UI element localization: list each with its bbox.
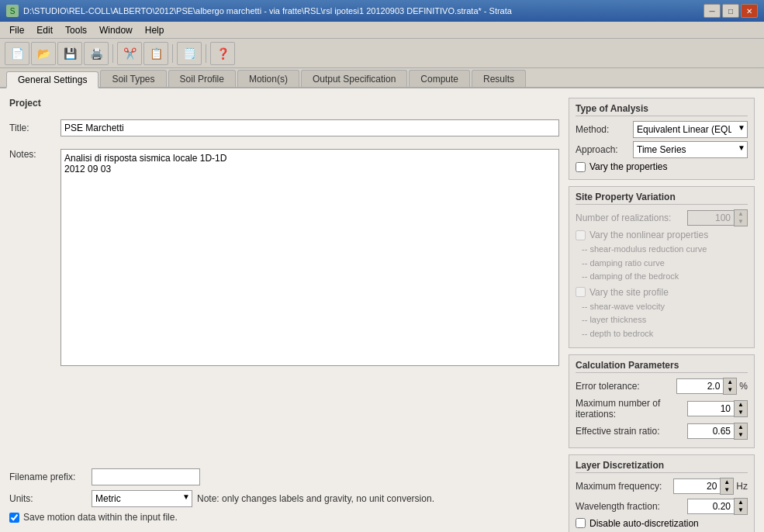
tab-soil-profile[interactable]: Soil Profile: [168, 70, 236, 87]
menu-tools[interactable]: Tools: [59, 23, 93, 37]
tab-general-settings[interactable]: General Settings: [6, 71, 99, 88]
wavelength-spinner-buttons: ▲ ▼: [734, 498, 748, 515]
title-bar: S D:\STUDIO\REL-COLL\ALBERTO\2012\PSE\al…: [0, 0, 764, 22]
layer-discretization-section: Layer Discretization Maximum frequency: …: [569, 454, 755, 532]
vary-properties-checkbox[interactable]: [576, 162, 586, 172]
wavelength-row: Wavelength fraction: ▲ ▼: [576, 498, 748, 515]
calculation-parameters-section: Calculation Parameters Error tolerance: …: [569, 354, 755, 448]
vary-nonlinear-checkbox[interactable]: [576, 230, 586, 240]
nonlinear-items: -- shear-modulus reduction curve -- damp…: [582, 243, 748, 284]
window-title-text: D:\STUDIO\REL-COLL\ALBERTO\2012\PSE\albe…: [23, 6, 512, 16]
main-content: Project Title: Notes: Filename prefix: U…: [0, 88, 764, 532]
effective-strain-input[interactable]: [687, 423, 734, 439]
units-row: Units: Metric English ▼ Note: only chang…: [9, 490, 559, 507]
effective-strain-spinner: ▲ ▼: [687, 423, 748, 440]
notes-textarea[interactable]: [60, 149, 559, 366]
type-of-analysis-section: Type of Analysis Method: Equivalent Line…: [569, 98, 755, 180]
menu-window[interactable]: Window: [93, 23, 139, 37]
max-frequency-input[interactable]: [673, 478, 720, 494]
save-motion-row: Save motion data within the input file.: [9, 512, 559, 523]
menu-file[interactable]: File: [3, 23, 30, 37]
units-note: Note: only changes labels and gravity, n…: [197, 493, 434, 504]
disable-auto-checkbox[interactable]: [576, 518, 586, 528]
title-label: Title:: [9, 123, 56, 133]
minimize-button[interactable]: ─: [704, 4, 721, 18]
toolbar-separator-1: [112, 44, 113, 63]
filename-prefix-input[interactable]: [92, 468, 200, 485]
max-iterations-label: Maximum number of iterations:: [576, 398, 687, 420]
error-tolerance-input[interactable]: [676, 378, 723, 394]
layer-discretization-title: Layer Discretization: [576, 460, 748, 473]
new-button[interactable]: 📄: [5, 42, 29, 65]
disable-auto-label: Disable auto-discretization: [589, 518, 699, 529]
notes-button[interactable]: 🗒️: [177, 42, 202, 65]
error-tolerance-unit: %: [739, 381, 748, 392]
close-button[interactable]: ✕: [741, 4, 758, 18]
method-label: Method:: [576, 124, 633, 135]
wavelength-spinner: ▲ ▼: [687, 498, 748, 515]
wavelength-spin-up-button[interactable]: ▲: [735, 499, 747, 506]
open-button[interactable]: 📂: [31, 42, 56, 65]
tab-compute[interactable]: Compute: [409, 70, 470, 87]
menu-help[interactable]: Help: [139, 23, 171, 37]
method-dropdown[interactable]: Equivalent Linear (EQL) Linear (L) Nonli…: [633, 121, 748, 138]
effective-strain-row: Effective strain ratio: ▲ ▼: [576, 423, 748, 440]
title-input[interactable]: [60, 119, 559, 136]
cut-button[interactable]: ✂️: [117, 42, 142, 65]
max-iterations-spinner: ▲ ▼: [687, 400, 748, 417]
max-iterations-spin-up-button[interactable]: ▲: [735, 401, 747, 409]
approach-label: Approach:: [576, 144, 633, 155]
vary-properties-label: Vary the properties: [589, 161, 668, 172]
max-frequency-spin-down-button[interactable]: ▼: [721, 486, 733, 494]
realizations-spinner-buttons: ▲ ▼: [734, 209, 748, 226]
wavelength-input[interactable]: [687, 499, 734, 514]
tab-soil-types[interactable]: Soil Types: [100, 70, 166, 87]
vary-site-checkbox[interactable]: [576, 287, 586, 297]
print-button[interactable]: 🖨️: [84, 42, 109, 65]
notes-field-row: Notes:: [9, 149, 559, 366]
toolbar-separator-2: [172, 44, 173, 63]
error-tolerance-spin-up-button[interactable]: ▲: [724, 378, 736, 386]
approach-dropdown[interactable]: Time Series Random Vibration Theory: [633, 141, 748, 158]
tab-motions[interactable]: Motion(s): [237, 70, 299, 87]
window-controls: ─ □ ✕: [704, 4, 758, 18]
vary-site-row: Vary the site profile: [576, 287, 748, 298]
max-iterations-spin-down-button[interactable]: ▼: [735, 409, 747, 416]
copy-button[interactable]: 📋: [143, 42, 168, 65]
maximize-button[interactable]: □: [722, 4, 739, 18]
help-button[interactable]: ❓: [210, 42, 235, 65]
error-tolerance-spinner-buttons: ▲ ▼: [723, 378, 737, 395]
effective-strain-spinner-buttons: ▲ ▼: [734, 423, 748, 440]
max-iterations-input[interactable]: [687, 401, 734, 416]
menu-edit[interactable]: Edit: [30, 23, 59, 37]
realizations-spin-up-button: ▲: [735, 210, 747, 218]
units-select-wrap: Metric English ▼: [92, 490, 192, 507]
realizations-spin-down-button: ▼: [735, 218, 747, 226]
save-button[interactable]: 💾: [57, 42, 82, 65]
tab-output-specification[interactable]: Output Specification: [301, 70, 407, 87]
max-frequency-spin-up-button[interactable]: ▲: [721, 478, 733, 486]
max-frequency-row: Maximum frequency: ▲ ▼ Hz: [576, 478, 748, 495]
max-iterations-row: Maximum number of iterations: ▲ ▼: [576, 398, 748, 420]
error-tolerance-spin-down-button[interactable]: ▼: [724, 386, 736, 394]
units-label: Units:: [9, 493, 87, 504]
tab-results[interactable]: Results: [472, 70, 526, 87]
wavelength-spin-down-button[interactable]: ▼: [735, 506, 747, 514]
disable-auto-row: Disable auto-discretization: [576, 518, 748, 529]
error-tolerance-row: Error tolerance: ▲ ▼ %: [576, 378, 748, 395]
left-panel: Project Title: Notes: Filename prefix: U…: [9, 98, 569, 523]
filename-prefix-label: Filename prefix:: [9, 472, 87, 482]
window-title-area: S D:\STUDIO\REL-COLL\ALBERTO\2012\PSE\al…: [6, 5, 512, 17]
vary-properties-row: Vary the properties: [576, 161, 748, 172]
realizations-row: Number of realizations: ▲ ▼: [576, 209, 748, 226]
error-tolerance-label: Error tolerance:: [576, 381, 676, 392]
title-field-row: Title:: [9, 119, 559, 136]
units-select[interactable]: Metric English: [92, 490, 192, 507]
effective-strain-spin-down-button[interactable]: ▼: [735, 431, 747, 439]
save-motion-checkbox[interactable]: [9, 513, 19, 523]
save-motion-label: Save motion data within the input file.: [23, 512, 178, 523]
site-items: -- shear-wave velocity -- layer thicknes…: [582, 300, 748, 341]
bottom-fields: Filename prefix: Units: Metric English ▼…: [9, 462, 559, 523]
approach-dropdown-wrap: Time Series Random Vibration Theory ▼: [633, 141, 748, 158]
effective-strain-spin-up-button[interactable]: ▲: [735, 423, 747, 431]
